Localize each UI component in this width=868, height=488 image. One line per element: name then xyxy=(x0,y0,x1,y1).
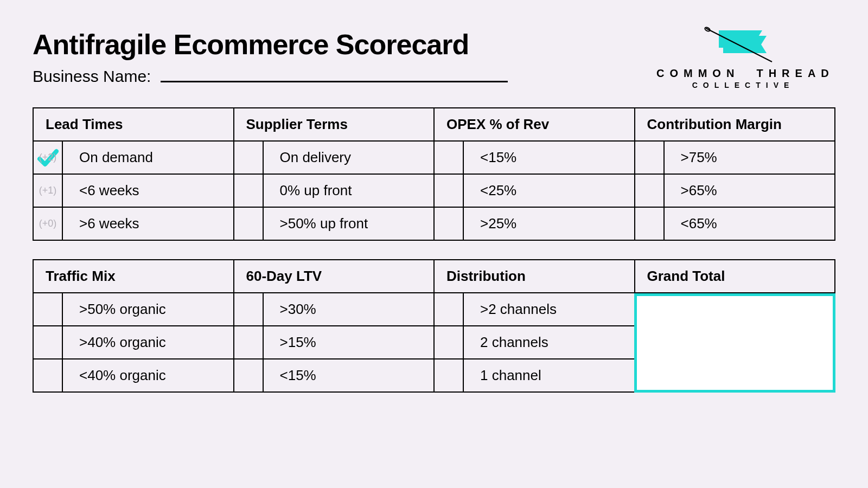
supplier-row-1[interactable]: 0% up front xyxy=(234,175,434,208)
flag-needle-icon xyxy=(703,26,784,64)
ltv-row-2[interactable]: <15% xyxy=(234,359,434,391)
score-cell-plus1[interactable]: (+1) xyxy=(34,175,63,207)
opex-row-2[interactable]: >25% xyxy=(435,208,634,240)
leadtimes-row-plus0[interactable]: (+0) >6 weeks xyxy=(34,208,233,240)
opex-row-1[interactable]: <25% xyxy=(435,175,634,208)
opex-row-0[interactable]: <15% xyxy=(435,142,634,175)
col-distribution: Distribution >2 channels 2 channels 1 ch… xyxy=(433,259,634,393)
brand-logo: COMMON THREAD COLLECTIVE xyxy=(656,26,830,89)
ltv-row-0[interactable]: >30% xyxy=(234,293,434,326)
header-ltv: 60-Day LTV xyxy=(234,260,434,293)
ltv-check-1[interactable] xyxy=(234,326,264,358)
distribution-val-0: >2 channels xyxy=(464,293,634,325)
scorecard-row-2: Traffic Mix >50% organic >40% organic <4… xyxy=(33,259,835,393)
leadtimes-val-2: >6 weeks xyxy=(63,208,233,240)
supplier-val-0: On delivery xyxy=(264,142,434,174)
col-lead-times: Lead Times (+2) On demand (+1) <6 weeks … xyxy=(33,107,233,241)
business-name-label: Business Name: xyxy=(33,67,151,86)
business-name-input-line[interactable] xyxy=(161,81,508,82)
ltv-val-2: <15% xyxy=(264,359,434,391)
traffic-check-2[interactable] xyxy=(34,359,63,391)
col-opex: OPEX % of Rev <15% <25% >25% xyxy=(433,107,634,241)
traffic-row-1[interactable]: >40% organic xyxy=(34,326,233,359)
opex-check-2[interactable] xyxy=(435,208,464,240)
supplier-check-1[interactable] xyxy=(234,175,264,207)
score-cell-plus2[interactable]: (+2) xyxy=(34,142,63,174)
header-contribution: Contribution Margin xyxy=(635,108,835,142)
col-contribution: Contribution Margin >75% >65% <65% xyxy=(634,107,836,241)
distribution-val-1: 2 channels xyxy=(464,326,634,358)
scorecard-row-1: Lead Times (+2) On demand (+1) <6 weeks … xyxy=(33,107,835,241)
supplier-val-1: 0% up front xyxy=(264,175,434,207)
distribution-check-2[interactable] xyxy=(435,359,464,391)
brand-line2: COLLECTIVE xyxy=(656,81,830,89)
header-grand-total: Grand Total xyxy=(635,260,835,293)
ltv-val-0: >30% xyxy=(264,293,434,325)
opex-val-1: <25% xyxy=(464,175,634,207)
contribution-check-1[interactable] xyxy=(635,175,665,207)
leadtimes-row-plus2[interactable]: (+2) On demand xyxy=(34,142,233,175)
supplier-check-2[interactable] xyxy=(234,208,264,240)
supplier-row-2[interactable]: >50% up front xyxy=(234,208,434,240)
ltv-val-1: >15% xyxy=(264,326,434,358)
traffic-val-1: >40% organic xyxy=(63,326,233,358)
col-traffic: Traffic Mix >50% organic >40% organic <4… xyxy=(33,259,233,393)
traffic-check-1[interactable] xyxy=(34,326,63,358)
supplier-check-0[interactable] xyxy=(234,142,264,174)
opex-check-0[interactable] xyxy=(435,142,464,174)
opex-check-1[interactable] xyxy=(435,175,464,207)
col-grand-total: Grand Total xyxy=(634,259,836,393)
col-supplier-terms: Supplier Terms On delivery 0% up front >… xyxy=(233,107,434,241)
header-opex: OPEX % of Rev xyxy=(435,108,634,142)
traffic-row-2[interactable]: <40% organic xyxy=(34,359,233,391)
contribution-row-2[interactable]: <65% xyxy=(635,208,835,240)
supplier-row-0[interactable]: On delivery xyxy=(234,142,434,175)
contribution-check-2[interactable] xyxy=(635,208,665,240)
traffic-val-2: <40% organic xyxy=(63,359,233,391)
distribution-row-2[interactable]: 1 channel xyxy=(435,359,634,391)
leadtimes-val-1: <6 weeks xyxy=(63,175,233,207)
distribution-val-2: 1 channel xyxy=(464,359,634,391)
col-ltv: 60-Day LTV >30% >15% <15% xyxy=(233,259,434,393)
contribution-row-0[interactable]: >75% xyxy=(635,142,835,175)
contribution-check-0[interactable] xyxy=(635,142,665,174)
ltv-check-2[interactable] xyxy=(234,359,264,391)
contribution-val-0: >75% xyxy=(665,142,835,174)
distribution-row-0[interactable]: >2 channels xyxy=(435,293,634,326)
ltv-check-0[interactable] xyxy=(234,293,264,325)
contribution-val-1: >65% xyxy=(665,175,835,207)
distribution-check-0[interactable] xyxy=(435,293,464,325)
leadtimes-val-0: On demand xyxy=(63,142,233,174)
grand-total-box[interactable] xyxy=(634,293,836,393)
traffic-row-0[interactable]: >50% organic xyxy=(34,293,233,326)
distribution-check-1[interactable] xyxy=(435,326,464,358)
traffic-val-0: >50% organic xyxy=(63,293,233,325)
score-cell-plus0[interactable]: (+0) xyxy=(34,208,63,240)
svg-marker-1 xyxy=(723,36,767,53)
ltv-row-1[interactable]: >15% xyxy=(234,326,434,359)
opex-val-0: <15% xyxy=(464,142,634,174)
check-icon xyxy=(37,147,59,169)
header-distribution: Distribution xyxy=(435,260,634,293)
supplier-val-2: >50% up front xyxy=(264,208,434,240)
contribution-row-1[interactable]: >65% xyxy=(635,175,835,208)
brand-line1: COMMON THREAD xyxy=(656,67,830,80)
header-traffic: Traffic Mix xyxy=(34,260,233,293)
opex-val-2: >25% xyxy=(464,208,634,240)
contribution-val-2: <65% xyxy=(665,208,835,240)
distribution-row-1[interactable]: 2 channels xyxy=(435,326,634,359)
leadtimes-row-plus1[interactable]: (+1) <6 weeks xyxy=(34,175,233,208)
traffic-check-0[interactable] xyxy=(34,293,63,325)
header-lead-times: Lead Times xyxy=(34,108,233,142)
header-supplier-terms: Supplier Terms xyxy=(234,108,434,142)
